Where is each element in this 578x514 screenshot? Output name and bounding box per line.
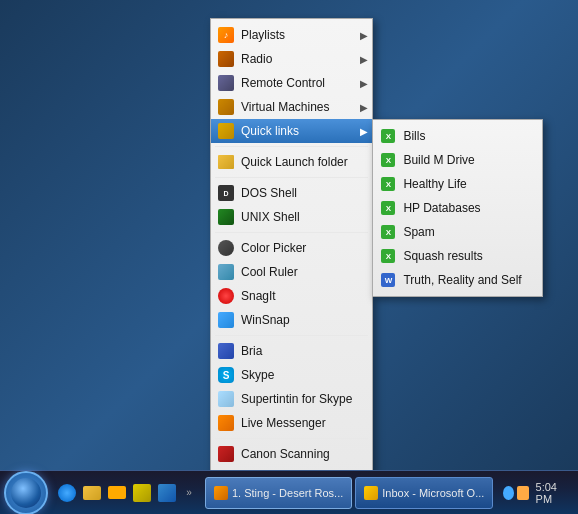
playlists-label: Playlists: [241, 28, 352, 42]
live-messenger-icon: [217, 414, 235, 432]
spam-label: Spam: [403, 225, 521, 239]
virtual-machines-icon: [217, 98, 235, 116]
skype-label: Skype: [241, 368, 352, 382]
squash-results-label: Squash results: [403, 249, 521, 263]
radio-icon: [217, 50, 235, 68]
radio-label: Radio: [241, 52, 352, 66]
quick-links-icon: [217, 122, 235, 140]
quick-launch-yellow-icon[interactable]: [131, 482, 153, 504]
supertintin-icon: [217, 390, 235, 408]
system-clock: 5:04 PM: [532, 481, 572, 505]
quick-links-submenu: X Bills X Build M Drive X: [372, 119, 542, 297]
remote-control-icon: [217, 74, 235, 92]
build-m-drive-label: Build M Drive: [403, 153, 521, 167]
menu-item-virtual-machines[interactable]: Virtual Machines ▶: [211, 95, 372, 119]
menu-item-color-picker[interactable]: Color Picker: [211, 236, 372, 260]
menu-item-winsnap[interactable]: WinSnap: [211, 308, 372, 332]
quick-links-label: Quick links: [241, 124, 352, 138]
separator-1: [215, 146, 368, 147]
menu-item-live-messenger[interactable]: Live Messenger: [211, 411, 372, 435]
submenu-item-hp-databases[interactable]: X HP Databases: [373, 196, 541, 220]
task-2-label: Inbox - Microsoft O...: [382, 487, 484, 499]
virtual-machines-label: Virtual Machines: [241, 100, 352, 114]
submenu-item-truth-reality[interactable]: W Truth, Reality and Self: [373, 268, 541, 292]
truth-reality-label: Truth, Reality and Self: [403, 273, 521, 287]
submenu-item-bills[interactable]: X Bills: [373, 124, 541, 148]
canon-scanning-label: Canon Scanning: [241, 447, 352, 461]
snagit-label: SnagIt: [241, 289, 352, 303]
quick-launch-folder-icon[interactable]: [81, 482, 103, 504]
taskbar-task-2[interactable]: Inbox - Microsoft O...: [355, 477, 493, 509]
menu-item-radio[interactable]: Radio ▶: [211, 47, 372, 71]
snagit-icon: [217, 287, 235, 305]
main-menu: ♪ Playlists ▶ Radio ▶ Remote Control ▶: [210, 18, 373, 495]
menu-item-quick-launch-folder[interactable]: Quick Launch folder: [211, 150, 372, 174]
separator-3: [215, 232, 368, 233]
submenu-item-squash-results[interactable]: X Squash results: [373, 244, 541, 268]
quick-launch-folder-label: Quick Launch folder: [241, 155, 352, 169]
remote-control-arrow: ▶: [360, 78, 368, 89]
task-1-label: 1. Sting - Desert Ros...: [232, 487, 343, 499]
bills-icon: X: [379, 127, 397, 145]
taskbar: » 1. Sting - Desert Ros... Inbox - Micro…: [0, 470, 578, 514]
quick-launch-icons: »: [52, 482, 201, 504]
healthy-life-icon: X: [379, 175, 397, 193]
taskbar-task-1[interactable]: 1. Sting - Desert Ros...: [205, 477, 352, 509]
system-tray: 5:04 PM: [497, 481, 578, 505]
desktop: ♪ Playlists ▶ Radio ▶ Remote Control ▶: [0, 0, 578, 470]
color-picker-icon: [217, 239, 235, 257]
quick-launch-ie-icon[interactable]: [56, 482, 78, 504]
start-orb: [11, 478, 41, 508]
menu-item-quick-links[interactable]: Quick links ▶ X Bills X Build M Dr: [211, 119, 372, 143]
menu-item-skype[interactable]: S Skype: [211, 363, 372, 387]
quick-launch-blue-icon[interactable]: [156, 482, 178, 504]
menu-item-remote-control[interactable]: Remote Control ▶: [211, 71, 372, 95]
taskbar-tasks: 1. Sting - Desert Ros... Inbox - Microso…: [201, 477, 497, 509]
supertintin-label: Supertintin for Skype: [241, 392, 352, 406]
playlists-icon: ♪: [217, 26, 235, 44]
bria-label: Bria: [241, 344, 352, 358]
radio-arrow: ▶: [360, 54, 368, 65]
quick-links-arrow: ▶: [360, 126, 368, 137]
menu-item-playlists[interactable]: ♪ Playlists ▶: [211, 23, 372, 47]
quick-launch-folder-icon: [217, 153, 235, 171]
menu-item-snagit[interactable]: SnagIt: [211, 284, 372, 308]
playlists-arrow: ▶: [360, 30, 368, 41]
tray-icon-1[interactable]: [503, 486, 514, 500]
bills-label: Bills: [403, 129, 521, 143]
winsnap-icon: [217, 311, 235, 329]
menu-item-cool-ruler[interactable]: Cool Ruler: [211, 260, 372, 284]
menu-item-unix-shell[interactable]: UNIX Shell: [211, 205, 372, 229]
squash-results-icon: X: [379, 247, 397, 265]
submenu-item-build-m-drive[interactable]: X Build M Drive: [373, 148, 541, 172]
submenu-item-healthy-life[interactable]: X Healthy Life: [373, 172, 541, 196]
cool-ruler-label: Cool Ruler: [241, 265, 352, 279]
healthy-life-label: Healthy Life: [403, 177, 521, 191]
hp-databases-icon: X: [379, 199, 397, 217]
separator-2: [215, 177, 368, 178]
winsnap-label: WinSnap: [241, 313, 352, 327]
spam-icon: X: [379, 223, 397, 241]
separator-5: [215, 438, 368, 439]
quick-launch-mail-icon[interactable]: [106, 482, 128, 504]
menu-item-supertintin[interactable]: Supertintin for Skype: [211, 387, 372, 411]
start-button[interactable]: [4, 471, 48, 515]
color-picker-label: Color Picker: [241, 241, 352, 255]
bria-icon: [217, 342, 235, 360]
context-menu: ♪ Playlists ▶ Radio ▶ Remote Control ▶: [210, 18, 373, 495]
menu-item-canon-scanning[interactable]: Canon Scanning: [211, 442, 372, 466]
menu-item-bria[interactable]: Bria: [211, 339, 372, 363]
dos-shell-icon: D: [217, 184, 235, 202]
live-messenger-label: Live Messenger: [241, 416, 352, 430]
menu-item-dos-shell[interactable]: D DOS Shell: [211, 181, 372, 205]
unix-shell-icon: [217, 208, 235, 226]
skype-icon: S: [217, 366, 235, 384]
unix-shell-label: UNIX Shell: [241, 210, 352, 224]
virtual-machines-arrow: ▶: [360, 102, 368, 113]
canon-scanning-icon: [217, 445, 235, 463]
remote-control-label: Remote Control: [241, 76, 352, 90]
tray-icon-2[interactable]: [517, 486, 528, 500]
quick-launch-overflow[interactable]: »: [181, 482, 197, 504]
hp-databases-label: HP Databases: [403, 201, 521, 215]
submenu-item-spam[interactable]: X Spam: [373, 220, 541, 244]
